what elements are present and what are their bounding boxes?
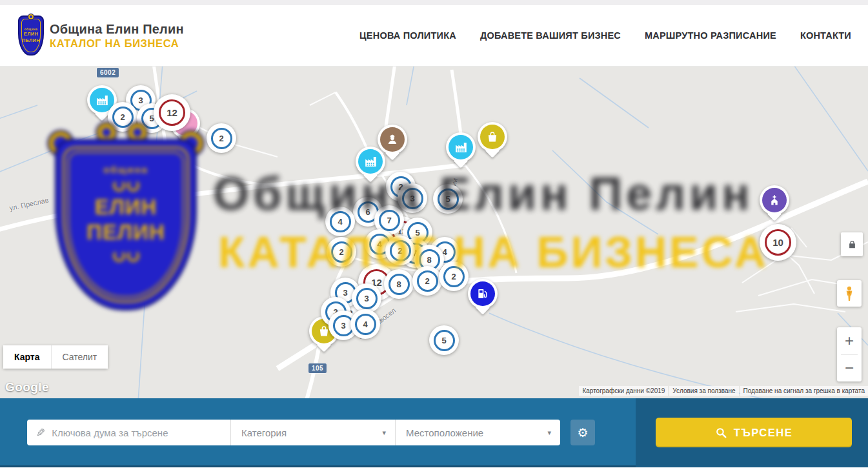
lock-button[interactable] xyxy=(841,232,863,256)
attribution-report-error-link[interactable]: Подаване на сигнал за грешка в картата xyxy=(740,386,868,396)
zoom-control: + − xyxy=(837,327,862,382)
lock-icon xyxy=(847,239,857,249)
search-icon xyxy=(715,427,727,439)
pin-marker-factory[interactable] xyxy=(446,132,476,162)
crest-top-text: община xyxy=(25,28,37,31)
site-logo[interactable]: община ЕЛИН ПЕЛИН Община Елин Пелин КАТА… xyxy=(18,15,184,56)
cluster-marker[interactable]: 10 xyxy=(760,224,796,261)
cluster-marker[interactable]: 2 xyxy=(108,102,137,132)
nav-contacts[interactable]: КОНТАКТИ xyxy=(800,30,851,41)
map-attribution: Картографски данни ©2019 Условия за полз… xyxy=(579,386,868,396)
pencil-icon: ✎ xyxy=(36,426,45,440)
crest-name-line2: ПЕЛИН xyxy=(22,37,40,43)
markers-layer: 32512223564137547248212822833334510 xyxy=(0,66,868,398)
location-select-value: Местоположение xyxy=(406,427,483,438)
map-type-control: Карта Сателит xyxy=(3,345,108,369)
municipality-crest-icon: община ЕЛИН ПЕЛИН xyxy=(18,15,44,56)
nav-route-schedule[interactable]: МАРШРУТНО РАЗПИСАНИЕ xyxy=(645,30,776,41)
nav-add-your-business[interactable]: ДОБАВЕТЕ ВАШИЯТ БИЗНЕС xyxy=(480,30,621,41)
nav-pricing-policy[interactable]: ЦЕНОВА ПОЛИТИКА xyxy=(359,30,456,41)
pin-marker-factory[interactable] xyxy=(356,147,385,176)
google-logo[interactable]: Google xyxy=(5,380,49,394)
keyword-search-input[interactable] xyxy=(52,427,224,438)
map-canvas[interactable]: 6002105ул. Преславбул. „Новоселции 32512… xyxy=(0,66,868,398)
cluster-marker[interactable]: 5 xyxy=(429,325,459,355)
search-footer: ✎ Категория ▾ Местоположение ▾ ⚙ ТЪРСЕНЕ xyxy=(0,398,868,467)
cluster-marker[interactable]: 8 xyxy=(384,269,414,299)
street-view-pegman-button[interactable] xyxy=(837,280,862,307)
search-button-label: ТЪРСЕНЕ xyxy=(734,427,792,439)
attribution-copyright: Картографски данни ©2019 xyxy=(579,386,668,396)
category-select-value: Категория xyxy=(241,427,287,438)
cluster-marker[interactable]: 5 xyxy=(433,184,463,214)
pin-marker-fuel[interactable] xyxy=(468,279,498,309)
category-select[interactable]: Категория ▾ xyxy=(230,420,395,445)
search-bar: ✎ Категория ▾ Местоположение ▾ xyxy=(27,420,560,445)
chevron-down-icon: ▾ xyxy=(547,429,551,437)
main-nav: ЦЕНОВА ПОЛИТИКА ДОБАВЕТЕ ВАШИЯТ БИЗНЕС М… xyxy=(359,30,851,41)
cluster-marker[interactable]: 4 xyxy=(350,309,380,339)
crest-name-line1: ЕЛИН xyxy=(24,31,38,37)
zoom-in-button[interactable]: + xyxy=(837,327,862,354)
cluster-marker[interactable]: 2 xyxy=(385,236,415,265)
cluster-marker[interactable]: 3 xyxy=(398,183,427,213)
cluster-marker[interactable]: 4 xyxy=(325,207,355,236)
map-type-map-button[interactable]: Карта xyxy=(3,345,51,369)
site-title: Община Елин Пелин xyxy=(50,22,184,37)
page-top-strip xyxy=(0,0,868,5)
header: община ЕЛИН ПЕЛИН Община Елин Пелин КАТА… xyxy=(0,5,868,66)
cluster-marker[interactable]: 2 xyxy=(327,237,356,267)
pin-marker-bag[interactable] xyxy=(478,122,507,152)
cluster-marker[interactable]: 2 xyxy=(207,123,236,153)
zoom-out-button[interactable]: − xyxy=(837,355,862,382)
advanced-settings-button[interactable]: ⚙ xyxy=(570,420,595,445)
search-button[interactable]: ТЪРСЕНЕ xyxy=(656,418,852,447)
location-select[interactable]: Местоположение ▾ xyxy=(395,420,560,445)
pegman-icon xyxy=(842,285,856,303)
map-type-satellite-button[interactable]: Сателит xyxy=(51,345,108,369)
site-subtitle: КАТАЛОГ НА БИЗНЕСА xyxy=(50,37,184,50)
cluster-marker[interactable]: 12 xyxy=(154,94,190,131)
gear-icon: ⚙ xyxy=(577,425,588,440)
cluster-marker[interactable]: 2 xyxy=(412,266,442,296)
attribution-terms-link[interactable]: Условия за ползване xyxy=(669,386,738,396)
chevron-down-icon: ▾ xyxy=(382,429,386,437)
pin-marker-church[interactable] xyxy=(760,185,789,215)
pin-marker-worker[interactable] xyxy=(378,125,407,154)
cluster-marker[interactable]: 2 xyxy=(439,261,469,291)
keyword-field-wrap: ✎ xyxy=(27,420,230,445)
